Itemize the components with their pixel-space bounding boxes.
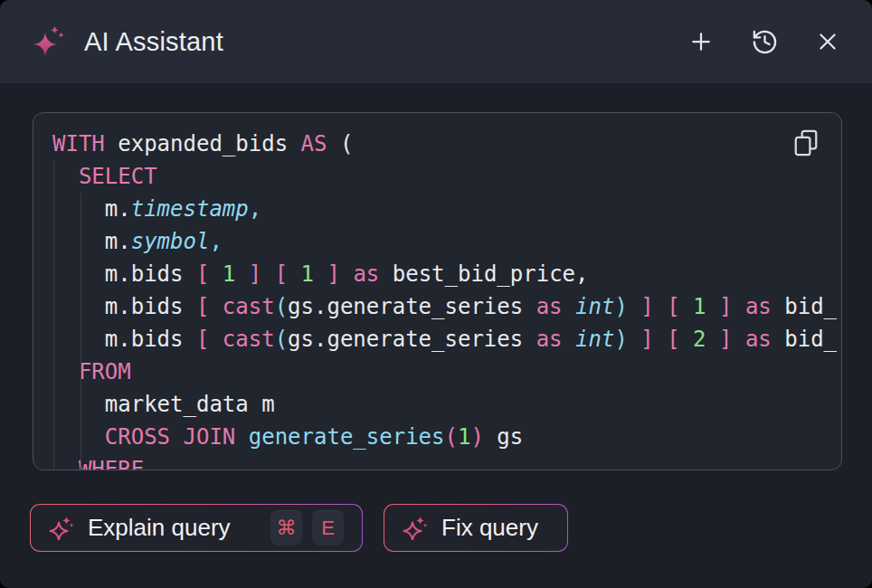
code-line: m.timestamp, — [52, 193, 841, 225]
cmd-key-badge: ⌘ — [270, 510, 302, 545]
fix-query-button[interactable]: Fix query — [384, 504, 568, 552]
plus-icon — [687, 28, 715, 55]
code-line: CROSS JOIN generate_series(1) gs — [52, 421, 841, 453]
code-line: WITH expanded_bids AS ( — [52, 128, 841, 160]
code-line: WHERE — [52, 453, 841, 470]
assistant-actions: Explain query ⌘ E Fix query — [30, 504, 568, 552]
code-line: market_data m — [52, 388, 841, 421]
code-line: m.bids [ cast(gs.generate_series as int)… — [52, 290, 841, 323]
code-line: m.bids [ cast(gs.generate_series as int)… — [52, 323, 841, 356]
ai-assistant-panel: AI Assistant — [0, 0, 872, 588]
indent-guide — [53, 160, 54, 469]
code-line: m.symbol, — [52, 225, 841, 258]
e-key-badge: E — [312, 510, 344, 545]
header: AI Assistant — [0, 0, 872, 83]
fix-query-label: Fix query — [441, 514, 538, 542]
sparkles-icon — [31, 24, 67, 60]
close-button[interactable] — [808, 22, 848, 62]
history-icon — [751, 28, 779, 56]
copy-button[interactable] — [792, 129, 820, 156]
close-icon — [815, 29, 840, 54]
shortcut-badges: ⌘ E — [270, 510, 344, 545]
indent-guide — [81, 193, 81, 469]
code-line: SELECT — [52, 160, 841, 193]
panel-title: AI Assistant — [84, 27, 223, 57]
sql-code: WITH expanded_bids AS ( SELECT m.timesta… — [33, 113, 841, 470]
sparkles-icon — [403, 516, 427, 540]
code-line: m.bids [ 1 ] [ 1 ] as best_bid_price, — [52, 258, 841, 290]
code-line: FROM — [52, 356, 841, 388]
new-conversation-button[interactable] — [681, 22, 721, 62]
history-button[interactable] — [744, 22, 784, 62]
explain-query-button[interactable]: Explain query ⌘ E — [30, 504, 363, 552]
explain-query-label: Explain query — [88, 514, 231, 542]
sparkles-icon — [49, 516, 73, 540]
sql-code-block: WITH expanded_bids AS ( SELECT m.timesta… — [33, 112, 842, 470]
copy-icon — [792, 129, 820, 156]
